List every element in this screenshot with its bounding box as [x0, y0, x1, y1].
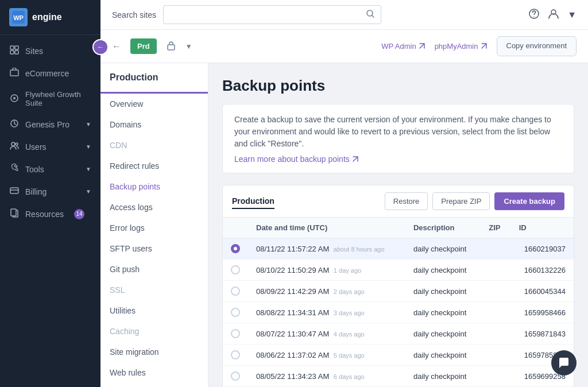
sidebar-item-label: Sites	[25, 47, 43, 56]
create-backup-button[interactable]: Create backup	[494, 192, 564, 210]
table-row[interactable]: 08/08/22 11:34:31 AM 3 days ago daily ch…	[223, 302, 574, 323]
table-row[interactable]: 08/06/22 11:37:02 AM 5 days ago daily ch…	[223, 345, 574, 366]
svg-rect-4	[10, 51, 14, 54]
search-icon	[366, 9, 375, 20]
resources-badge: 14	[74, 209, 84, 219]
copy-environment-button[interactable]: Copy environment	[497, 36, 577, 56]
sidebar-item-ecommerce[interactable]: eCommerce	[0, 62, 100, 84]
sidebar-item-tools[interactable]: Tools ▼	[0, 158, 100, 180]
radio-cell[interactable]	[223, 260, 248, 281]
svg-rect-13	[11, 209, 16, 216]
sidenav-domains[interactable]: Domains	[100, 114, 208, 135]
tools-icon	[9, 164, 20, 175]
chevron-down-icon[interactable]: ▼	[567, 10, 577, 20]
search-box[interactable]	[163, 5, 381, 24]
billing-icon	[9, 186, 20, 197]
description-cell: daily checkpoint	[405, 260, 481, 281]
radio-button[interactable]	[231, 244, 240, 253]
radio-cell[interactable]	[223, 323, 248, 345]
radio-cell[interactable]	[223, 238, 248, 260]
svg-rect-18	[168, 45, 175, 50]
time-ago-value: 6 days ago	[334, 373, 365, 380]
lock-icon[interactable]	[166, 40, 176, 53]
sidenav-redirect[interactable]: Redirect rules	[100, 156, 208, 176]
table-row[interactable]: 08/07/22 11:30:47 AM 4 days ago daily ch…	[223, 323, 574, 345]
datetime-cell: 08/05/22 11:34:23 AM 6 days ago	[248, 366, 405, 387]
col-id: ID	[511, 218, 574, 238]
sidenav-git[interactable]: Git push	[100, 259, 208, 280]
sidebar-item-label: Billing	[25, 187, 47, 196]
radio-button[interactable]	[231, 265, 240, 274]
table-row[interactable]: 08/05/22 11:34:23 AM 6 days ago daily ch…	[223, 366, 574, 387]
sidebar-item-label: Tools	[25, 165, 44, 174]
sidenav-sftp[interactable]: SFTP users	[100, 238, 208, 259]
datetime-cell: 08/06/22 11:37:02 AM 5 days ago	[248, 345, 405, 366]
back-button[interactable]: ←	[112, 41, 121, 52]
time-ago-value: 5 days ago	[334, 352, 365, 359]
svg-point-16	[533, 16, 534, 17]
zip-cell	[481, 238, 511, 260]
prepare-zip-button[interactable]: Prepare ZIP	[432, 192, 490, 210]
datetime-value: 08/06/22 11:37:02 AM	[256, 351, 329, 359]
radio-button[interactable]	[231, 350, 240, 359]
user-icon[interactable]	[548, 8, 559, 22]
restore-button[interactable]: Restore	[385, 192, 428, 210]
sidebar-collapse-button[interactable]: ←	[92, 39, 109, 55]
id-cell: 1660132226	[511, 260, 574, 281]
radio-cell[interactable]	[223, 366, 248, 387]
sidebar-item-label: Resources	[25, 210, 64, 219]
sidebar-item-genesis[interactable]: Genesis Pro ▼	[0, 113, 100, 136]
description-cell: daily checkpoint	[405, 302, 481, 323]
sidebar-item-resources[interactable]: Resources 14	[0, 203, 100, 225]
top-header: Search sites ▼	[100, 0, 588, 30]
sidenav-overview[interactable]: Overview	[100, 94, 208, 114]
table-row[interactable]: 08/11/22 11:57:22 AM about 8 hours ago d…	[223, 238, 574, 260]
env-chevron-icon[interactable]: ▼	[185, 42, 192, 51]
sidenav-error[interactable]: Error logs	[100, 218, 208, 238]
genesis-chevron-icon: ▼	[86, 121, 91, 127]
sidenav-migration[interactable]: Site migration	[100, 342, 208, 362]
phpmyadmin-link[interactable]: phpMyAdmin	[435, 42, 488, 51]
zip-cell	[481, 366, 511, 387]
datetime-cell: 08/10/22 11:50:29 AM 1 day ago	[248, 260, 405, 281]
radio-button[interactable]	[231, 371, 240, 381]
datetime-cell: 08/11/22 11:57:22 AM about 8 hours ago	[248, 238, 405, 260]
sidenav-utilities[interactable]: Utilities	[100, 300, 208, 321]
backup-tab-production[interactable]: Production	[232, 194, 274, 209]
learn-more-link[interactable]: Learn more about backup points	[234, 154, 562, 164]
sidenav-caching: Caching	[100, 321, 208, 342]
sidenav-backup[interactable]: Backup points	[100, 176, 208, 197]
sidebar-item-users[interactable]: Users ▼	[0, 136, 100, 158]
radio-button[interactable]	[231, 308, 240, 317]
datetime-value: 08/09/22 11:42:29 AM	[256, 287, 329, 296]
sub-header-links: WP Admin phpMyAdmin Copy environment	[381, 36, 577, 56]
radio-button[interactable]	[231, 329, 240, 338]
table-row[interactable]: 08/09/22 11:42:29 AM 2 days ago daily ch…	[223, 281, 574, 302]
table-row[interactable]: 08/10/22 11:50:29 AM 1 day ago daily che…	[223, 260, 574, 281]
sidebar-item-billing[interactable]: Billing ▼	[0, 180, 100, 203]
header-icons: ▼	[528, 8, 577, 22]
search-input[interactable]	[169, 10, 366, 20]
radio-cell[interactable]	[223, 345, 248, 366]
radio-cell[interactable]	[223, 302, 248, 323]
time-ago-value: 3 days ago	[334, 309, 365, 316]
sidebar-item-sites[interactable]: Sites	[0, 40, 100, 62]
sidenav-access[interactable]: Access logs	[100, 197, 208, 218]
wp-admin-link[interactable]: WP Admin	[381, 42, 425, 51]
chat-bubble[interactable]	[551, 350, 577, 376]
env-badge[interactable]: Prd	[130, 38, 157, 54]
zip-cell	[481, 281, 511, 302]
radio-button[interactable]	[231, 287, 240, 296]
sidebar-item-label: Flywheel Growth Suite	[25, 90, 91, 107]
time-ago-value: about 8 hours ago	[334, 246, 385, 253]
datetime-value: 08/08/22 11:34:31 AM	[256, 308, 329, 317]
sidebar-item-flywheel[interactable]: Flywheel Growth Suite	[0, 84, 100, 113]
col-description: Description	[405, 218, 481, 238]
radio-cell[interactable]	[223, 281, 248, 302]
sidenav-webrules[interactable]: Web rules	[100, 362, 208, 383]
users-chevron-icon: ▼	[86, 144, 91, 150]
datetime-value: 08/05/22 11:34:23 AM	[256, 372, 329, 381]
zip-cell	[481, 260, 511, 281]
sidenav-add-staging[interactable]: + Add Staging	[100, 383, 208, 387]
help-icon[interactable]	[528, 8, 540, 22]
